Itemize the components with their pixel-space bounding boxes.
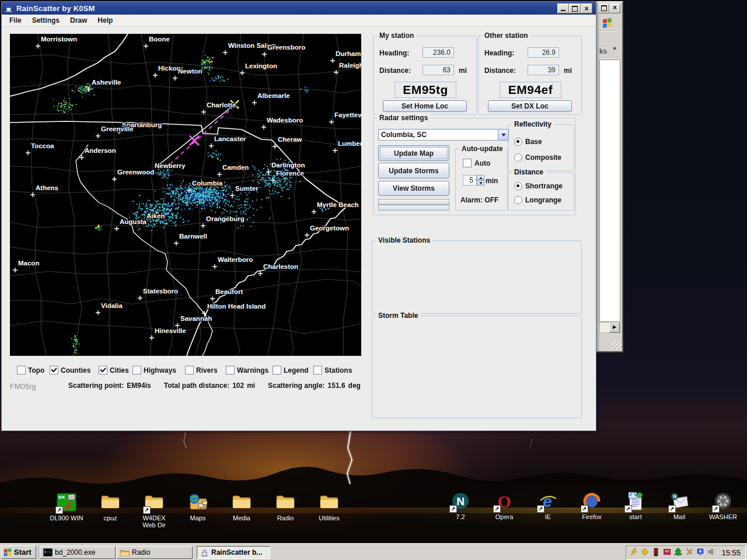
close-button[interactable]: × [581,4,592,13]
layer-toggle-stations[interactable]: Stations [313,366,352,374]
tray-battery-icon[interactable] [651,547,661,556]
auto-checkbox-row[interactable]: Auto [463,159,490,167]
tray-meter-icon[interactable]: KB [662,547,672,556]
my-distance-field[interactable]: 63 [423,65,454,75]
other-distance-field[interactable]: 39 [528,65,559,75]
tray-tree-icon[interactable] [673,547,683,556]
radar-map[interactable]: MorristownBooneWinston SalemGreensboroDu… [10,34,361,356]
checkbox-cities[interactable] [99,366,107,374]
menu-bar: FileSettingsDrawHelp [2,15,596,27]
desktop-icon-start[interactable]: ↗start [613,492,658,520]
desktop-icon-ie[interactable]: e↗IE [526,492,570,520]
base-radio[interactable] [514,138,522,146]
task-item-bd-2000-exe[interactable]: C:\bd_2000.exe [40,546,116,559]
checkbox-rivers[interactable] [185,366,194,374]
toolbar-divider [599,42,620,43]
other-heading-field[interactable]: 26.9 [528,47,559,58]
spinner-down-button[interactable] [477,180,484,186]
desktop-icon-7-2[interactable]: N↗7.2 [438,492,483,520]
spinner-up-button[interactable] [477,175,484,180]
layer-toggle-rivers[interactable]: Rivers [185,366,218,374]
city-label: Aiken [146,212,165,219]
city-label: Fayetteville [334,111,361,118]
icon-label: WASHER [701,513,745,520]
storm-table-group: Storm Table [372,316,582,418]
tray-card-icon[interactable] [640,547,650,556]
system-tray: KB 15:55 [626,545,746,560]
layer-toggle-highways[interactable]: Highways [132,366,176,374]
auto-checkbox[interactable] [463,159,472,167]
my-station-title: My station [377,32,416,40]
checkbox-counties[interactable] [50,366,58,374]
background-browser-window[interactable]: × ks » ▶ [596,1,623,352]
desktop-icon-dl900-win[interactable]: NX↗DL900 WIN [44,493,89,522]
layer-toggle-cities[interactable]: Cities [99,366,129,374]
longrange-radio[interactable] [514,196,522,204]
menu-draw[interactable]: Draw [65,15,92,26]
city-label: Newton [178,68,203,75]
icon-label: DL900 WIN [44,514,89,522]
horizontal-scrollbar[interactable]: ▶ [599,322,620,333]
shortrange-radio[interactable] [514,182,522,190]
city-label: Savannah [180,315,212,322]
browser-page-area [599,60,620,322]
my-station-group: My station Heading: 236.0 Distance: 63 m… [373,36,477,115]
links-chevron[interactable]: » [613,44,616,51]
tray-runner-icon[interactable] [629,547,638,556]
task-item-radio[interactable]: Radio [117,546,193,559]
desktop-icon-mail[interactable]: N↗Mail [657,492,701,520]
checkbox-legend[interactable] [273,366,281,374]
base-radio-row[interactable]: Base [514,138,542,146]
title-bar[interactable]: RainScatter by K0SM [2,2,596,15]
layer-toggle-legend[interactable]: Legend [273,366,309,374]
browser-maximize-button[interactable] [598,4,609,13]
view-storms-button[interactable]: View Storms [378,181,449,196]
longrange-radio-row[interactable]: Longrange [514,196,561,204]
icon-label: Radio [263,514,308,522]
checkbox-stations[interactable] [313,366,322,374]
set-dx-loc-button[interactable]: Set DX Loc [488,100,572,112]
desktop-icon-washer[interactable]: ↗WASHER [701,492,745,520]
resize-grip[interactable] [612,341,621,349]
tray-volume-icon[interactable] [707,547,716,556]
desktop-icon-firefox[interactable]: ↗Firefox [570,492,614,520]
composite-radio[interactable] [514,153,522,162]
desktop-icon-radio[interactable]: Radio [263,493,308,522]
composite-radio-row[interactable]: Composite [514,153,561,162]
layer-toggle-counties[interactable]: Counties [50,366,90,374]
svg-text:C:\: C:\ [44,550,51,554]
tray-tools-icon[interactable] [685,547,694,556]
desktop-icon-media[interactable]: Media [219,493,264,522]
menu-help[interactable]: Help [92,15,118,26]
tray-monitor-icon[interactable] [696,547,705,556]
checkbox-topo[interactable] [17,366,26,374]
set-home-loc-button[interactable]: Set Home Loc [383,100,467,112]
menu-file[interactable]: File [4,15,27,26]
reflectivity-title: Reflectivity [512,120,554,128]
desktop-icon-w4dex-web-dir[interactable]: ↗W4DEXWeb Dir [132,493,176,528]
icon-label: IE [526,513,570,520]
desktop-icon-utilities[interactable]: Utilities [307,493,351,522]
desktop-icon-cpuz[interactable]: cpuz [88,493,132,522]
maximize-button[interactable] [569,4,581,13]
interval-spinner-field[interactable]: 5 [463,175,477,186]
auto-update-group: Auto-update Auto 5 min Alarm: OFF [455,149,508,211]
minimize-button[interactable] [557,4,569,13]
desktop-icon-opera[interactable]: O↗Opera [482,492,526,520]
layer-toggle-topo[interactable]: Topo [17,366,44,374]
checkbox-warnings[interactable] [226,366,235,374]
update-map-button[interactable]: Update Map [378,145,449,161]
radar-site-dropdown[interactable]: Columbia, SC [378,129,509,141]
desktop-icon-maps[interactable]: Maps [176,493,220,522]
my-heading-field[interactable]: 236.0 [423,47,454,58]
update-storms-button[interactable]: Update Storms [378,163,449,178]
browser-close-button[interactable]: × [609,4,620,13]
checkbox-highways[interactable] [132,366,141,374]
chevron-down-icon[interactable] [498,130,508,140]
shortrange-radio-row[interactable]: Shortrange [514,182,563,190]
start-button[interactable]: Start [1,545,36,559]
menu-settings[interactable]: Settings [27,15,65,26]
scroll-right-button[interactable]: ▶ [609,323,620,332]
layer-toggle-warnings[interactable]: Warnings [226,366,268,374]
task-item-rainscatter-b-[interactable]: RainScatter b... [197,546,270,559]
